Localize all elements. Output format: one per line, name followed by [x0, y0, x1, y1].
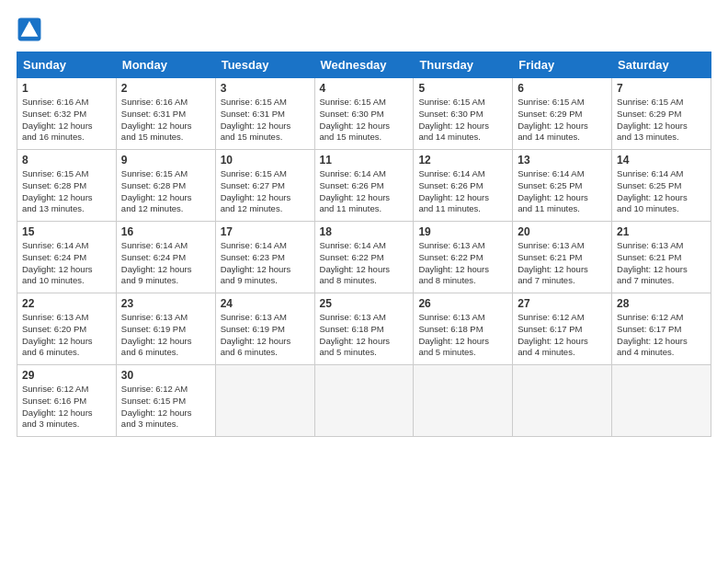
day-number: 12	[418, 154, 507, 167]
calendar-cell: 27Sunrise: 6:12 AMSunset: 6:17 PMDayligh…	[513, 293, 612, 365]
cell-info-line: Daylight: 12 hours	[418, 264, 507, 276]
weekday-header-cell: Tuesday	[215, 52, 314, 78]
cell-info-line: Sunset: 6:21 PM	[617, 252, 706, 264]
cell-info-line: Sunrise: 6:15 AM	[418, 97, 507, 109]
cell-info-line: Sunrise: 6:16 AM	[121, 97, 210, 109]
cell-info-line: Sunrise: 6:14 AM	[320, 168, 409, 180]
cell-info-line: Daylight: 12 hours	[518, 121, 607, 132]
calendar-cell: 21Sunrise: 6:13 AMSunset: 6:21 PMDayligh…	[612, 222, 711, 293]
cell-info-line: and 10 minutes.	[22, 275, 111, 287]
cell-info-line: Sunset: 6:31 PM	[121, 109, 210, 121]
day-number: 2	[121, 82, 210, 95]
cell-info-line: Sunset: 6:30 PM	[418, 109, 507, 121]
day-number: 15	[22, 225, 111, 238]
cell-info-line: Sunrise: 6:16 AM	[22, 97, 111, 109]
cell-info-line: Sunrise: 6:13 AM	[418, 312, 507, 324]
cell-info-line: and 11 minutes.	[518, 203, 607, 215]
cell-info-line: and 8 minutes.	[320, 275, 409, 287]
cell-info-line: Sunset: 6:29 PM	[518, 109, 607, 121]
calendar-cell: 30Sunrise: 6:12 AMSunset: 6:15 PMDayligh…	[116, 365, 215, 437]
cell-info-line: Sunrise: 6:12 AM	[518, 312, 607, 324]
calendar-cell: 20Sunrise: 6:13 AMSunset: 6:21 PMDayligh…	[513, 222, 612, 293]
cell-info-line: Daylight: 12 hours	[22, 408, 111, 419]
calendar-cell: 1Sunrise: 6:16 AMSunset: 6:32 PMDaylight…	[17, 78, 117, 150]
calendar-cell: 10Sunrise: 6:15 AMSunset: 6:27 PMDayligh…	[215, 150, 314, 222]
cell-info-line: and 6 minutes.	[22, 347, 111, 359]
cell-info-line: Sunset: 6:18 PM	[418, 324, 507, 336]
cell-info-line: Sunset: 6:25 PM	[617, 180, 706, 192]
day-number: 20	[518, 225, 607, 238]
cell-info-line: Sunset: 6:22 PM	[418, 252, 507, 264]
cell-info-line: Daylight: 12 hours	[221, 264, 310, 276]
day-number: 30	[121, 369, 210, 382]
cell-info-line: Sunrise: 6:14 AM	[221, 240, 310, 252]
cell-info-line: Sunrise: 6:13 AM	[518, 240, 607, 252]
day-number: 1	[22, 82, 111, 95]
cell-info-line: Sunset: 6:16 PM	[22, 396, 111, 408]
calendar-cell: 29Sunrise: 6:12 AMSunset: 6:16 PMDayligh…	[17, 365, 117, 437]
cell-info-line: and 6 minutes.	[121, 347, 210, 359]
calendar-week-row: 29Sunrise: 6:12 AMSunset: 6:16 PMDayligh…	[17, 365, 711, 437]
cell-info-line: Daylight: 12 hours	[617, 192, 706, 204]
cell-info-line: Sunrise: 6:13 AM	[22, 312, 111, 324]
cell-info-line: Sunset: 6:28 PM	[22, 180, 111, 192]
cell-info-line: and 14 minutes.	[418, 132, 507, 144]
cell-info-line: Sunset: 6:24 PM	[121, 252, 210, 264]
cell-info-line: and 4 minutes.	[617, 347, 706, 359]
day-number: 19	[418, 225, 507, 238]
cell-info-line: Sunrise: 6:15 AM	[320, 97, 409, 109]
cell-info-line: Sunrise: 6:15 AM	[518, 97, 607, 109]
calendar-cell	[314, 365, 414, 437]
weekday-header-cell: Thursday	[414, 52, 513, 78]
day-number: 21	[617, 225, 706, 238]
day-number: 29	[22, 369, 111, 382]
weekday-header-cell: Wednesday	[314, 52, 414, 78]
cell-info-line: Sunset: 6:24 PM	[22, 252, 111, 264]
cell-info-line: Sunset: 6:32 PM	[22, 109, 111, 121]
calendar-cell: 26Sunrise: 6:13 AMSunset: 6:18 PMDayligh…	[414, 293, 513, 365]
cell-info-line: Daylight: 12 hours	[121, 336, 210, 348]
cell-info-line: and 7 minutes.	[518, 275, 607, 287]
calendar-week-row: 15Sunrise: 6:14 AMSunset: 6:24 PMDayligh…	[17, 222, 711, 293]
day-number: 11	[320, 154, 409, 167]
cell-info-line: Sunset: 6:25 PM	[518, 180, 607, 192]
cell-info-line: Sunrise: 6:13 AM	[617, 240, 706, 252]
calendar-cell	[612, 365, 711, 437]
cell-info-line: Sunset: 6:31 PM	[221, 109, 310, 121]
cell-info-line: Daylight: 12 hours	[22, 336, 111, 348]
day-number: 3	[221, 82, 310, 95]
cell-info-line: and 13 minutes.	[617, 132, 706, 144]
logo-icon	[17, 17, 42, 42]
cell-info-line: Sunset: 6:28 PM	[121, 180, 210, 192]
cell-info-line: Sunset: 6:21 PM	[518, 252, 607, 264]
cell-info-line: Daylight: 12 hours	[418, 336, 507, 348]
cell-info-line: and 3 minutes.	[22, 419, 111, 431]
logo	[17, 17, 46, 42]
weekday-header-cell: Saturday	[612, 52, 711, 78]
day-number: 18	[320, 225, 409, 238]
day-number: 27	[518, 297, 607, 310]
cell-info-line: Daylight: 12 hours	[518, 264, 607, 276]
cell-info-line: and 9 minutes.	[221, 275, 310, 287]
cell-info-line: Daylight: 12 hours	[22, 121, 111, 132]
cell-info-line: Sunrise: 6:12 AM	[617, 312, 706, 324]
cell-info-line: Sunset: 6:27 PM	[221, 180, 310, 192]
cell-info-line: Daylight: 12 hours	[320, 264, 409, 276]
calendar-table: SundayMondayTuesdayWednesdayThursdayFrid…	[17, 52, 711, 437]
day-number: 5	[418, 82, 507, 95]
cell-info-line: and 15 minutes.	[121, 132, 210, 144]
calendar-cell: 28Sunrise: 6:12 AMSunset: 6:17 PMDayligh…	[612, 293, 711, 365]
calendar-cell: 23Sunrise: 6:13 AMSunset: 6:19 PMDayligh…	[116, 293, 215, 365]
day-number: 6	[518, 82, 607, 95]
cell-info-line: Daylight: 12 hours	[221, 192, 310, 204]
calendar-cell: 15Sunrise: 6:14 AMSunset: 6:24 PMDayligh…	[17, 222, 117, 293]
cell-info-line: Sunrise: 6:13 AM	[320, 312, 409, 324]
cell-info-line: and 9 minutes.	[121, 275, 210, 287]
day-number: 14	[617, 154, 706, 167]
cell-info-line: Sunset: 6:29 PM	[617, 109, 706, 121]
cell-info-line: and 13 minutes.	[22, 203, 111, 215]
cell-info-line: Daylight: 12 hours	[221, 336, 310, 348]
cell-info-line: Sunset: 6:23 PM	[221, 252, 310, 264]
cell-info-line: and 4 minutes.	[518, 347, 607, 359]
day-number: 10	[221, 154, 310, 167]
